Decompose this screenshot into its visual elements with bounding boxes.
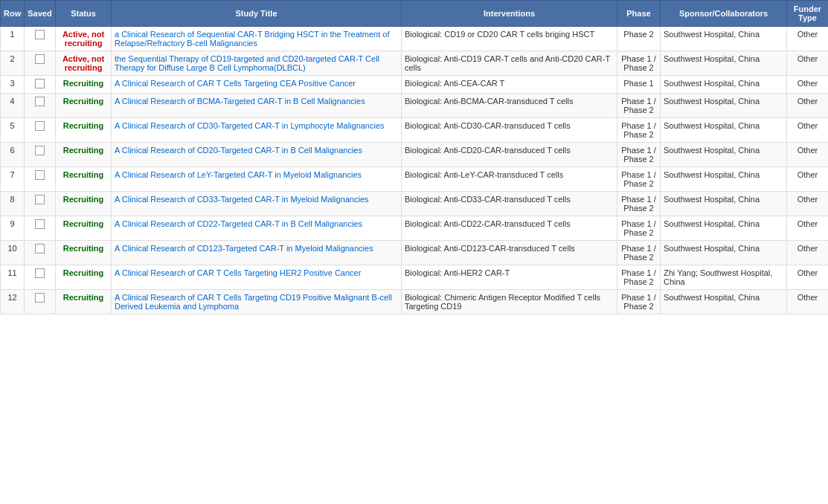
study-title-link[interactable]: A Clinical Research of CD123-Targeted CA…: [115, 244, 373, 253]
table-row: 4RecruitingA Clinical Research of BCMA-T…: [1, 94, 829, 118]
save-checkbox[interactable]: [35, 219, 45, 229]
cell-sponsor: Southwest Hospital, China: [661, 76, 787, 94]
cell-title[interactable]: the Sequential Therapy of CD19-targeted …: [112, 51, 402, 76]
cell-funder: Other: [787, 290, 829, 314]
save-checkbox[interactable]: [35, 97, 45, 106]
cell-title[interactable]: A Clinical Research of CD30-Targeted CAR…: [112, 118, 402, 143]
cell-status: Recruiting: [56, 76, 112, 94]
cell-status: Recruiting: [56, 290, 112, 314]
status-badge: Recruiting: [63, 244, 103, 253]
study-title-link[interactable]: A Clinical Research of CD22-Targeted CAR…: [115, 219, 362, 228]
cell-saved[interactable]: [25, 265, 56, 290]
cell-title[interactable]: A Clinical Research of CD33-Targeted CAR…: [112, 192, 402, 216]
cell-saved[interactable]: [25, 167, 56, 192]
cell-status: Recruiting: [56, 265, 112, 290]
study-title-link[interactable]: A Clinical Research of CD20-Targeted CAR…: [115, 146, 362, 155]
cell-title[interactable]: A Clinical Research of CD22-Targeted CAR…: [112, 216, 402, 241]
results-table: Row Saved Status Study Title Interventio…: [0, 0, 828, 314]
cell-status: Recruiting: [56, 216, 112, 241]
save-checkbox[interactable]: [35, 30, 45, 39]
cell-phase: Phase 1 /Phase 2: [617, 290, 661, 314]
cell-title[interactable]: A Clinical Research of CAR T Cells Targe…: [112, 290, 402, 314]
save-checkbox[interactable]: [35, 195, 45, 204]
cell-funder: Other: [787, 94, 829, 118]
cell-row-number: 7: [1, 167, 25, 192]
cell-row-number: 6: [1, 143, 25, 167]
cell-phase: Phase 1 /Phase 2: [617, 241, 661, 265]
cell-phase: Phase 1 /Phase 2: [617, 51, 661, 76]
save-checkbox[interactable]: [35, 244, 45, 253]
cell-saved[interactable]: [25, 192, 56, 216]
save-checkbox[interactable]: [35, 170, 45, 180]
study-title-link[interactable]: A Clinical Research of CAR T Cells Targe…: [115, 293, 392, 311]
study-title-link[interactable]: A Clinical Research of CAR T Cells Targe…: [115, 268, 361, 277]
save-checkbox[interactable]: [35, 54, 45, 64]
cell-interventions: Biological: Chimeric Antigen Receptor Mo…: [402, 290, 617, 314]
cell-title[interactable]: A Clinical Research of CD123-Targeted CA…: [112, 241, 402, 265]
header-funder: Funder Type: [787, 1, 829, 27]
table-row: 1Active, not recruitinga Clinical Resear…: [1, 27, 829, 51]
save-checkbox[interactable]: [35, 121, 45, 131]
cell-status: Active, not recruiting: [56, 51, 112, 76]
cell-phase: Phase 1 /Phase 2: [617, 118, 661, 143]
table-row: 6RecruitingA Clinical Research of CD20-T…: [1, 143, 829, 167]
cell-phase: Phase 1: [617, 76, 661, 94]
cell-title[interactable]: a Clinical Research of Sequential CAR-T …: [112, 27, 402, 51]
cell-saved[interactable]: [25, 118, 56, 143]
study-title-link[interactable]: A Clinical Research of LeY-Targeted CAR-…: [115, 170, 362, 179]
cell-title[interactable]: A Clinical Research of CAR T Cells Targe…: [112, 76, 402, 94]
table-row: 5RecruitingA Clinical Research of CD30-T…: [1, 118, 829, 143]
header-status: Status: [56, 1, 112, 27]
cell-title[interactable]: A Clinical Research of LeY-Targeted CAR-…: [112, 167, 402, 192]
cell-saved[interactable]: [25, 27, 56, 51]
cell-sponsor: Southwest Hospital, China: [661, 192, 787, 216]
cell-saved[interactable]: [25, 241, 56, 265]
cell-title[interactable]: A Clinical Research of CAR T Cells Targe…: [112, 265, 402, 290]
cell-funder: Other: [787, 241, 829, 265]
study-title-link[interactable]: A Clinical Research of BCMA-Targeted CAR…: [115, 97, 365, 106]
cell-status: Recruiting: [56, 94, 112, 118]
study-title-link[interactable]: A Clinical Research of CD30-Targeted CAR…: [115, 121, 385, 130]
table-row: 7RecruitingA Clinical Research of LeY-Ta…: [1, 167, 829, 192]
status-badge: Recruiting: [63, 121, 103, 130]
cell-phase: Phase 1 /Phase 2: [617, 216, 661, 241]
cell-saved[interactable]: [25, 76, 56, 94]
cell-status: Recruiting: [56, 167, 112, 192]
cell-row-number: 8: [1, 192, 25, 216]
table-row: 2Active, not recruitingthe Sequential Th…: [1, 51, 829, 76]
cell-interventions: Biological: Anti-LeY-CAR-transduced T ce…: [402, 167, 617, 192]
cell-status: Recruiting: [56, 192, 112, 216]
cell-interventions: Biological: Anti-BCMA-CAR-transduced T c…: [402, 94, 617, 118]
save-checkbox[interactable]: [35, 268, 45, 278]
cell-title[interactable]: A Clinical Research of BCMA-Targeted CAR…: [112, 94, 402, 118]
cell-phase: Phase 2: [617, 27, 661, 51]
status-badge: Recruiting: [63, 219, 103, 228]
status-badge: Recruiting: [63, 146, 103, 155]
status-badge: Recruiting: [63, 79, 103, 88]
save-checkbox[interactable]: [35, 146, 45, 155]
cell-interventions: Biological: Anti-HER2 CAR-T: [402, 265, 617, 290]
cell-phase: Phase 1 /Phase 2: [617, 192, 661, 216]
cell-saved[interactable]: [25, 216, 56, 241]
cell-saved[interactable]: [25, 94, 56, 118]
save-checkbox[interactable]: [35, 79, 45, 88]
cell-saved[interactable]: [25, 51, 56, 76]
study-title-link[interactable]: A Clinical Research of CD33-Targeted CAR…: [115, 195, 369, 204]
cell-funder: Other: [787, 27, 829, 51]
cell-funder: Other: [787, 76, 829, 94]
save-checkbox[interactable]: [35, 293, 45, 303]
study-title-link[interactable]: a Clinical Research of Sequential CAR-T …: [115, 30, 390, 48]
cell-interventions: Biological: Anti-CD30-CAR-transduced T c…: [402, 118, 617, 143]
cell-funder: Other: [787, 192, 829, 216]
cell-title[interactable]: A Clinical Research of CD20-Targeted CAR…: [112, 143, 402, 167]
status-badge: Recruiting: [63, 170, 103, 179]
study-title-link[interactable]: A Clinical Research of CAR T Cells Targe…: [115, 79, 356, 88]
cell-status: Active, not recruiting: [56, 27, 112, 51]
cell-row-number: 2: [1, 51, 25, 76]
cell-saved[interactable]: [25, 143, 56, 167]
table-row: 3RecruitingA Clinical Research of CAR T …: [1, 76, 829, 94]
cell-saved[interactable]: [25, 290, 56, 314]
study-title-link[interactable]: the Sequential Therapy of CD19-targeted …: [115, 54, 379, 72]
cell-status: Recruiting: [56, 143, 112, 167]
cell-sponsor: Southwest Hospital, China: [661, 241, 787, 265]
